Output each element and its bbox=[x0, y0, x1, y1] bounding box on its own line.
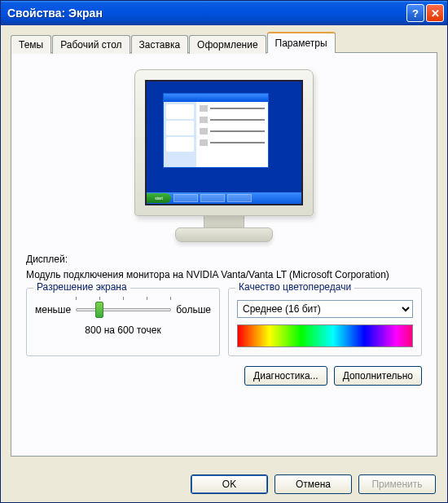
monitor-base bbox=[175, 227, 273, 242]
resolution-less-label: меньше bbox=[35, 304, 71, 315]
resolution-group: Разрешение экрана меньше больше 800 на 6… bbox=[26, 288, 220, 356]
settings-panel: start Дисплей: Модуль подключения монито… bbox=[11, 52, 437, 457]
monitor-body: start bbox=[134, 69, 314, 216]
resolution-more-label: больше bbox=[176, 304, 211, 315]
help-icon: ? bbox=[412, 7, 419, 20]
close-button[interactable]: ✕ bbox=[426, 4, 444, 22]
preview-window bbox=[163, 93, 269, 168]
resolution-group-title: Разрешение экрана bbox=[33, 281, 130, 293]
tabstrip: Темы Рабочий стол Заставка Оформление Па… bbox=[11, 32, 437, 53]
dialog-buttons: OK Отмена Применить bbox=[1, 466, 447, 502]
help-button[interactable]: ? bbox=[406, 4, 424, 22]
apply-button[interactable]: Применить bbox=[358, 474, 436, 494]
resolution-slider-thumb[interactable] bbox=[95, 302, 103, 318]
resolution-current: 800 на 600 точек bbox=[35, 324, 211, 336]
content-area: Темы Рабочий стол Заставка Оформление Па… bbox=[1, 25, 447, 466]
tab-desktop[interactable]: Рабочий стол bbox=[52, 35, 130, 54]
tab-screensaver[interactable]: Заставка bbox=[131, 35, 189, 54]
start-button-icon: start bbox=[147, 193, 171, 203]
color-quality-group: Качество цветопередачи Среднее (16 бит) bbox=[228, 288, 422, 356]
color-spectrum-icon bbox=[237, 324, 413, 347]
window-title: Свойства: Экран bbox=[7, 7, 406, 20]
display-label: Дисплей: bbox=[26, 254, 422, 265]
monitor-screen: start bbox=[145, 80, 303, 205]
advanced-button[interactable]: Дополнительно bbox=[334, 366, 422, 386]
monitor-preview-area: start bbox=[26, 64, 422, 254]
troubleshoot-button[interactable]: Диагностика... bbox=[244, 366, 327, 386]
preview-window-titlebar bbox=[164, 94, 268, 102]
preview-taskbar: start bbox=[147, 192, 301, 204]
titlebar[interactable]: Свойства: Экран ? ✕ bbox=[1, 1, 447, 25]
panel-buttons: Диагностика... Дополнительно bbox=[26, 366, 422, 386]
resolution-slider-row: меньше больше bbox=[35, 300, 211, 320]
monitor-illustration[interactable]: start bbox=[134, 69, 314, 242]
close-icon: ✕ bbox=[431, 7, 440, 20]
display-properties-window: Свойства: Экран ? ✕ Темы Рабочий стол За… bbox=[0, 0, 448, 503]
titlebar-buttons: ? ✕ bbox=[406, 4, 444, 22]
color-quality-select[interactable]: Среднее (16 бит) bbox=[237, 300, 413, 318]
cancel-button[interactable]: Отмена bbox=[275, 474, 352, 494]
ok-button[interactable]: OK bbox=[191, 474, 268, 494]
resolution-slider[interactable] bbox=[76, 300, 171, 320]
display-value: Модуль подключения монитора на NVIDIA Va… bbox=[26, 268, 422, 281]
monitor-neck bbox=[204, 216, 244, 227]
color-quality-group-title: Качество цветопередачи bbox=[235, 281, 354, 293]
settings-groups: Разрешение экрана меньше больше 800 на 6… bbox=[26, 288, 422, 356]
tab-appearance[interactable]: Оформление bbox=[189, 35, 266, 54]
tab-themes[interactable]: Темы bbox=[11, 35, 51, 54]
tab-settings[interactable]: Параметры bbox=[267, 32, 336, 53]
